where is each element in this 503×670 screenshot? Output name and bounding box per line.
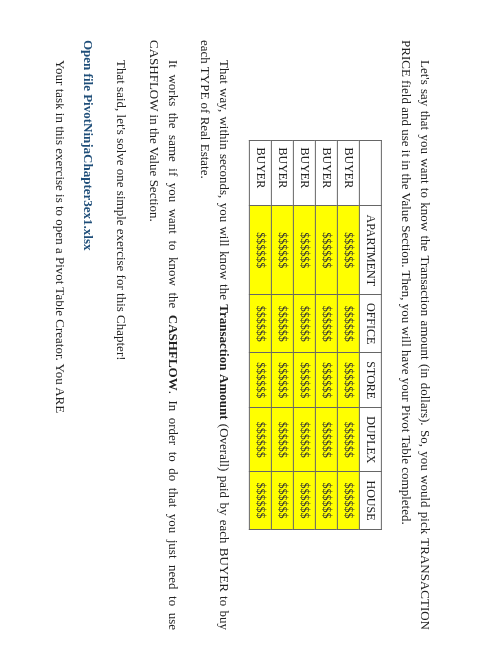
table-cell-value: $$$$$$ [249, 353, 271, 408]
table-header-row: APARTMENT OFFICE STORE DUPLEX HOUSE [359, 141, 381, 529]
open-file-link[interactable]: Open file PivotNinjaChapter3ex1.xlsx [78, 40, 97, 630]
paragraph-transaction-amount: That way, within seconds, you will know … [195, 40, 233, 630]
table-cell-value: $$$$$$ [271, 408, 293, 472]
table-cell-value: $$$$$$ [337, 408, 359, 472]
header-store: STORE [359, 353, 381, 408]
table-cell-value: $$$$$$ [337, 353, 359, 408]
header-apartment: APARTMENT [359, 206, 381, 295]
table-row: BUYER$$$$$$$$$$$$$$$$$$$$$$$$$$$$$$ [271, 141, 293, 529]
table-cell-value: $$$$$$ [271, 295, 293, 353]
table-cell-value: $$$$$$ [337, 206, 359, 295]
pivot-example-table: APARTMENT OFFICE STORE DUPLEX HOUSE BUYE… [249, 140, 382, 529]
table-row: BUYER$$$$$$$$$$$$$$$$$$$$$$$$$$$$$$ [293, 141, 315, 529]
paragraph-cashflow: It works the same if you want to know th… [143, 40, 181, 630]
table-row: BUYER$$$$$$$$$$$$$$$$$$$$$$$$$$$$$$ [315, 141, 337, 529]
table-cell-value: $$$$$$ [315, 408, 337, 472]
table-cell-value: $$$$$$ [271, 472, 293, 529]
row-label-buyer: BUYER [249, 141, 271, 206]
table-cell-value: $$$$$$ [315, 206, 337, 295]
table-cell-value: $$$$$$ [293, 206, 315, 295]
bold-cashflow: CASHFLOW [165, 315, 180, 391]
header-blank [359, 141, 381, 206]
table-cell-value: $$$$$$ [293, 472, 315, 529]
header-house: HOUSE [359, 472, 381, 529]
table-cell-value: $$$$$$ [293, 353, 315, 408]
table-row: BUYER$$$$$$$$$$$$$$$$$$$$$$$$$$$$$$ [249, 141, 271, 529]
paragraph-exercise-intro: That said, let's solve one simple exerci… [110, 40, 129, 630]
row-label-buyer: BUYER [337, 141, 359, 206]
table-cell-value: $$$$$$ [337, 472, 359, 529]
paragraph-intro: Let's say that you want to know the Tran… [396, 40, 434, 630]
row-label-buyer: BUYER [293, 141, 315, 206]
table-cell-value: $$$$$$ [315, 353, 337, 408]
header-office: OFFICE [359, 295, 381, 353]
bold-transaction-amount: Transaction Amount [217, 304, 232, 419]
table-cell-value: $$$$$$ [293, 408, 315, 472]
cutoff-paragraph: Your task in this exercise is to open a … [50, 40, 64, 630]
table-row: BUYER$$$$$$$$$$$$$$$$$$$$$$$$$$$$$$ [337, 141, 359, 529]
page-content: Let's say that you want to know the Tran… [40, 0, 464, 670]
table-cell-value: $$$$$$ [337, 295, 359, 353]
row-label-buyer: BUYER [271, 141, 293, 206]
table-cell-value: $$$$$$ [271, 353, 293, 408]
row-label-buyer: BUYER [315, 141, 337, 206]
table-cell-value: $$$$$$ [249, 408, 271, 472]
table-cell-value: $$$$$$ [249, 295, 271, 353]
table-cell-value: $$$$$$ [315, 472, 337, 529]
table-cell-value: $$$$$$ [293, 295, 315, 353]
table-cell-value: $$$$$$ [249, 472, 271, 529]
table-cell-value: $$$$$$ [249, 206, 271, 295]
table-cell-value: $$$$$$ [315, 295, 337, 353]
table-cell-value: $$$$$$ [271, 206, 293, 295]
header-duplex: DUPLEX [359, 408, 381, 472]
